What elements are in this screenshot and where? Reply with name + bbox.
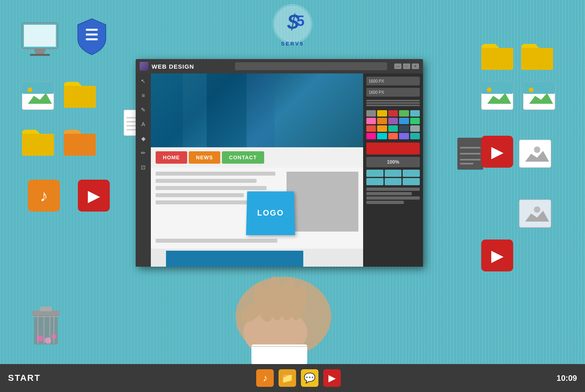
taskbar-music-icon[interactable]: ♪ [256,369,274,387]
color-swatch-17[interactable] [388,133,398,139]
eraser-tool[interactable]: ✏ [139,148,148,157]
desktop-icon-folder-1[interactable] [62,78,98,111]
svg-rect-15 [22,134,54,156]
nav-contact-button[interactable]: CONTACT [222,151,264,164]
svg-rect-7 [86,29,98,31]
text-line-3 [156,186,267,190]
desktop-icon-play-r1[interactable]: ▶ [481,136,513,168]
color-swatch-2[interactable] [388,110,398,117]
window-controls: — □ ✕ [394,63,419,69]
svg-point-27 [51,334,56,339]
close-button[interactable]: ✕ [412,63,419,69]
desktop-icon-image-r1[interactable] [521,78,557,115]
desktop-icon-trash[interactable] [26,301,66,350]
svg-point-13 [28,87,32,92]
color-swatch-16[interactable] [377,133,387,139]
desktop-icon-folder-r2[interactable] [479,40,515,73]
color-swatch-15[interactable] [366,133,376,139]
left-toolbar: ↖ ≡ ✎ A ◆ ✏ ⊡ [136,73,151,267]
svg-rect-9 [86,38,98,40]
layer-3[interactable] [403,170,420,177]
layer-1[interactable] [366,170,383,177]
color-swatch-19[interactable] [410,133,420,139]
dimension-2-field[interactable]: 1600 PX [366,88,420,97]
panel-text-line-1 [366,188,420,191]
desktop-icon-music[interactable]: ♪ [28,180,60,212]
layer-grid [366,170,420,185]
dimension-1-field[interactable]: 1600 PX [366,77,420,85]
canvas-nav: HOME NEWS CONTACT [151,147,363,168]
color-swatch-4[interactable] [410,110,420,117]
desktop-icon-play-left[interactable]: ▶ [78,180,110,212]
color-swatch-14[interactable] [410,125,420,132]
color-swatch-5[interactable] [366,118,376,124]
desktop-icon-play-r2[interactable]: ▶ [481,240,513,271]
taskbar-folder-icon[interactable]: 📁 [279,369,296,387]
color-swatch-11[interactable] [377,125,387,132]
svg-rect-6 [30,54,50,56]
pen-tool[interactable]: ✎ [139,105,148,114]
address-bar[interactable] [235,62,387,70]
nav-news-button[interactable]: NEWS [189,151,220,164]
select-tool[interactable]: ↖ [139,77,148,85]
minimize-button[interactable]: — [394,63,401,69]
logo-circle: $ 5 [273,4,312,44]
svg-point-25 [37,335,43,342]
start-button[interactable]: START [8,373,41,383]
color-swatch-7[interactable] [388,118,398,124]
desktop-icon-image-r3[interactable] [517,136,553,173]
taskbar-icons: ♪ 📁 💬 ▶ [256,369,341,387]
color-swatch-0[interactable] [366,110,376,117]
layer-2[interactable] [385,170,402,177]
panel-line-1 [366,100,420,101]
nav-home-button[interactable]: HOME [156,151,187,164]
desktop-icon-document-right[interactable] [455,136,485,173]
svg-point-38 [529,87,534,92]
desktop-icon-image-1[interactable] [20,78,56,115]
panel-text-line-3 [366,196,420,200]
color-swatch-3[interactable] [399,110,409,117]
desktop-icon-shield[interactable] [74,17,110,58]
svg-rect-61 [251,344,307,364]
taskbar-play-icon[interactable]: ▶ [323,369,341,387]
color-swatch-6[interactable] [377,118,387,124]
svg-rect-36 [523,82,555,94]
layer-6[interactable] [403,178,420,185]
shape-tool[interactable]: ◆ [139,134,148,143]
zoom-display[interactable]: 100% [366,157,420,167]
color-swatch-9[interactable] [410,118,420,124]
desktop-icon-image-r2[interactable] [479,78,515,115]
svg-rect-48 [519,140,551,168]
text-tool[interactable]: A [139,120,148,129]
desktop-icon-image-r4[interactable] [517,196,553,233]
desktop-icon-monitor[interactable] [18,17,62,62]
layer-4[interactable] [366,178,383,185]
desktop-icon-folder-2[interactable] [20,126,56,159]
color-swatch-1[interactable] [377,110,387,117]
color-swatch-18[interactable] [399,133,409,139]
hand-with-logo [196,229,347,366]
panel-lines [366,100,420,106]
canvas-hero-image [151,73,363,147]
svg-rect-40 [481,82,513,94]
color-swatch-13[interactable] [399,125,409,132]
crop-tool[interactable]: ⊡ [139,163,148,172]
lines-tool[interactable]: ≡ [139,91,148,100]
svg-point-42 [487,87,492,92]
color-swatch-12[interactable] [388,125,398,132]
desktop-icon-folder-r1[interactable] [519,40,555,73]
taskbar: START ♪ 📁 💬 ▶ 10:09 [0,364,585,392]
desktop-icon-folder-3[interactable] [62,126,98,159]
taskbar-chat-icon[interactable]: 💬 [301,369,318,387]
svg-rect-8 [86,34,98,36]
window-titlebar: WEB DESIGN — □ ✕ [136,59,423,73]
svg-rect-19 [40,307,52,311]
maximize-button[interactable]: □ [403,63,410,69]
taskbar-time: 10:09 [557,374,577,383]
svg-point-53 [534,206,540,213]
layer-5[interactable] [385,178,402,185]
color-swatch-10[interactable] [366,125,376,132]
color-swatch-8[interactable] [399,118,409,124]
svg-rect-16 [64,134,96,156]
svg-rect-51 [519,200,551,228]
